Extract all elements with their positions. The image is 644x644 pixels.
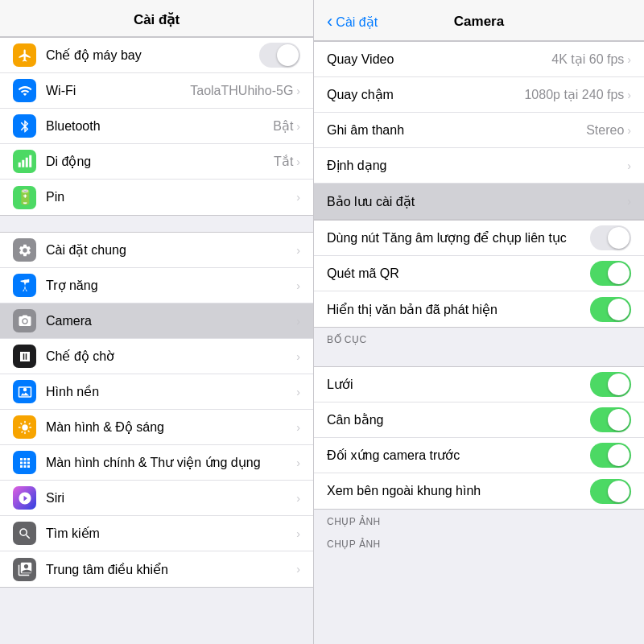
- bluetooth-label: Bluetooth: [46, 119, 273, 134]
- outside-toggle[interactable]: [590, 479, 631, 504]
- camera-chevron-icon: ›: [296, 315, 300, 328]
- right-item-detect-text[interactable]: Hiển thị văn bản đã phát hiện: [314, 291, 644, 327]
- controlcenter-icon: [13, 558, 36, 581]
- level-label: Cân bằng: [327, 402, 590, 437]
- right-item-grid[interactable]: Lưới: [314, 367, 644, 402]
- right-item-qr[interactable]: Quét mã QR: [314, 256, 644, 291]
- right-item-format[interactable]: Định dạng›: [314, 148, 644, 184]
- battery-icon: 🔋: [13, 186, 36, 209]
- display-icon: [13, 415, 36, 439]
- display-label: Màn hình & Độ sáng: [46, 419, 296, 435]
- left-item-homescreen[interactable]: Màn hình chính & Thư viện ứng dụng›: [0, 445, 313, 481]
- qr-label: Quét mã QR: [327, 257, 590, 291]
- right-item-volume-shutter[interactable]: Dùng nút Tăng âm lượng để chụp liên tục: [314, 221, 644, 256]
- format-chevron-icon: ›: [627, 159, 631, 172]
- homescreen-chevron-icon: ›: [296, 456, 300, 469]
- standby-chevron-icon: ›: [296, 350, 300, 363]
- standby-label: Chế độ chờ: [46, 349, 296, 364]
- left-item-wifi[interactable]: Wi-FiTaolaTHUhiho-5G›: [0, 73, 313, 109]
- airplane-label: Chế độ máy bay: [46, 47, 259, 63]
- section-label-chup-anh: CHỤP ẢNH: [314, 532, 644, 555]
- right-item-backup[interactable]: Bảo lưu cài đặt›: [314, 184, 644, 219]
- display-chevron-icon: ›: [296, 421, 300, 434]
- left-item-search[interactable]: Tìm kiếm›: [0, 516, 313, 551]
- right-title: Camera: [454, 14, 504, 30]
- svg-rect-0: [18, 162, 20, 167]
- homescreen-icon: [13, 451, 36, 474]
- left-item-accessibility[interactable]: Trợ năng›: [0, 268, 313, 303]
- right-panel: ‹ Cài đặt Camera Quay Video4K tại 60 fps…: [314, 0, 644, 644]
- wifi-label: Wi-Fi: [46, 84, 190, 98]
- standby-icon: [13, 345, 36, 368]
- siri-icon: [13, 486, 36, 510]
- audio-chevron-icon: ›: [627, 124, 631, 137]
- slowmo-value: 1080p tại 240 fps: [524, 87, 624, 102]
- qr-toggle[interactable]: [590, 261, 631, 286]
- volume-shutter-toggle[interactable]: [590, 225, 631, 250]
- back-button[interactable]: ‹ Cài đặt: [327, 11, 378, 32]
- right-item-level[interactable]: Cân bằng: [314, 402, 644, 438]
- right-item-video[interactable]: Quay Video4K tại 60 fps›: [314, 42, 644, 77]
- siri-chevron-icon: ›: [296, 492, 300, 505]
- left-item-cellular[interactable]: Di độngTắt›: [0, 144, 313, 180]
- left-item-airplane[interactable]: Chế độ máy bay: [0, 38, 313, 73]
- airplane-icon: [13, 43, 36, 67]
- left-item-camera[interactable]: Camera›: [0, 303, 313, 339]
- right-header: ‹ Cài đặt Camera: [314, 0, 644, 41]
- general-label: Cài đặt chung: [46, 242, 296, 258]
- slowmo-chevron-icon: ›: [627, 89, 631, 101]
- camera-icon: [13, 309, 36, 332]
- back-label: Cài đặt: [336, 14, 378, 30]
- svg-rect-1: [22, 159, 24, 167]
- right-settings-list: Quay Video4K tại 60 fps›Quay chậm1080p t…: [314, 41, 644, 555]
- left-item-controlcenter[interactable]: Trung tâm điều khiển›: [0, 551, 313, 587]
- grid-toggle[interactable]: [590, 372, 631, 397]
- bluetooth-icon: [13, 114, 36, 138]
- right-item-slowmo[interactable]: Quay chậm1080p tại 240 fps›: [314, 77, 644, 113]
- general-icon: [13, 238, 36, 262]
- audio-value: Stereo: [586, 123, 624, 138]
- mirror-label: Đối xứng camera trước: [327, 438, 590, 473]
- camera-label: Camera: [46, 314, 296, 328]
- battery-label: Pin: [46, 190, 296, 204]
- bluetooth-value: Bật: [273, 118, 293, 134]
- accessibility-icon: [13, 274, 36, 297]
- backup-chevron-icon: ›: [627, 195, 631, 208]
- wifi-value: TaolaTHUhiho-5G: [190, 84, 293, 98]
- homescreen-label: Màn hình chính & Thư viện ứng dụng: [46, 455, 296, 470]
- cellular-icon: [13, 150, 36, 173]
- accessibility-chevron-icon: ›: [296, 279, 300, 292]
- right-item-audio[interactable]: Ghi âm thanhStereo›: [314, 113, 644, 148]
- wallpaper-icon: [13, 380, 36, 403]
- right-item-mirror[interactable]: Đối xứng camera trước: [314, 438, 644, 473]
- left-settings-list: Chế độ máy bayWi-FiTaolaTHUhiho-5G›Bluet…: [0, 37, 313, 588]
- cellular-value: Tắt: [274, 154, 293, 169]
- audio-label: Ghi âm thanh: [327, 114, 586, 147]
- cellular-label: Di động: [46, 154, 274, 169]
- left-item-wallpaper[interactable]: Hình nền›: [0, 374, 313, 410]
- left-title: Cài đặt: [134, 12, 180, 27]
- outside-label: Xem bên ngoài khung hình: [327, 474, 590, 508]
- left-item-general[interactable]: Cài đặt chung›: [0, 233, 313, 268]
- cellular-chevron-icon: ›: [296, 155, 300, 168]
- left-item-display[interactable]: Màn hình & Độ sáng›: [0, 410, 313, 445]
- backup-label: Bảo lưu cài đặt: [327, 184, 627, 219]
- mirror-toggle[interactable]: [590, 443, 631, 468]
- level-toggle[interactable]: [590, 407, 631, 432]
- left-item-siri[interactable]: Siri›: [0, 481, 313, 516]
- right-item-outside[interactable]: Xem bên ngoài khung hình: [314, 473, 644, 509]
- siri-label: Siri: [46, 491, 296, 506]
- section-label-3: CHỤP ẢNH: [314, 510, 644, 532]
- left-item-battery[interactable]: 🔋Pin›: [0, 180, 313, 215]
- svg-point-5: [23, 387, 27, 391]
- detect-text-toggle[interactable]: [590, 297, 631, 322]
- bluetooth-chevron-icon: ›: [296, 120, 300, 133]
- wifi-chevron-icon: ›: [296, 85, 300, 97]
- airplane-toggle[interactable]: [259, 43, 300, 68]
- section-label-2: BỐ CỤC: [314, 328, 644, 350]
- general-chevron-icon: ›: [296, 244, 300, 257]
- video-value: 4K tại 60 fps: [551, 52, 624, 67]
- left-item-bluetooth[interactable]: BluetoothBật›: [0, 109, 313, 144]
- left-item-standby[interactable]: Chế độ chờ›: [0, 339, 313, 374]
- svg-rect-3: [29, 155, 31, 167]
